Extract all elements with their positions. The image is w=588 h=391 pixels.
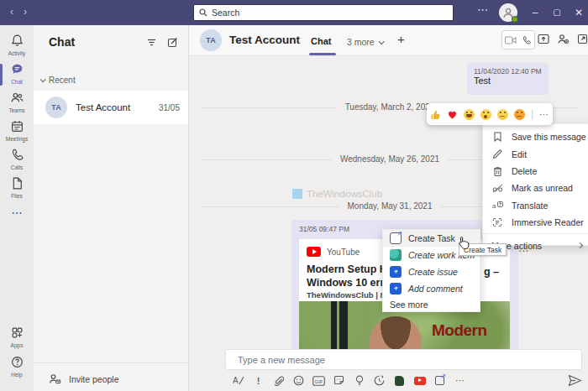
- youtube-icon: [307, 247, 321, 257]
- sidebar-item-activity[interactable]: Activity: [0, 34, 34, 60]
- active-indicator: [0, 64, 3, 86]
- search-input[interactable]: Search: [193, 4, 454, 21]
- schedule-send-button[interactable]: [373, 374, 386, 387]
- new-chat-icon[interactable]: [167, 37, 178, 48]
- conversation-title: Test Account: [229, 34, 300, 46]
- thewindowsclub-logo-icon: [292, 189, 302, 199]
- sent-message-bubble[interactable]: 11/04/2020 12:40 PM Test: [467, 63, 549, 95]
- video-title: Modern Setup H Windows 10 erro: [307, 263, 391, 289]
- tasks-app-icon: [390, 232, 402, 244]
- surprised-emoji-icon[interactable]: [480, 109, 491, 120]
- sad-emoji-icon[interactable]: [497, 109, 508, 120]
- sidebar-item-meetings[interactable]: Meetings: [0, 119, 34, 146]
- submenu-item-create-issue[interactable]: » Create issue: [383, 263, 480, 280]
- menu-item-translate[interactable]: a Translate: [483, 197, 588, 214]
- chat-list-panel: Chat Recent TA Test Account 31/05 Invite…: [34, 25, 189, 391]
- tasks-app-button[interactable]: [433, 374, 446, 387]
- search-placeholder: Search: [212, 8, 239, 18]
- recent-section-header[interactable]: Recent: [40, 76, 76, 85]
- sidebar-item-files[interactable]: Files: [0, 176, 34, 203]
- youtube-app-icon[interactable]: [413, 374, 426, 387]
- call-button-group: [501, 30, 535, 50]
- thumbnail-bar: [339, 301, 348, 352]
- provider-label: YouTube: [327, 248, 360, 257]
- titlebar-more-icon[interactable]: ⋯: [477, 3, 489, 16]
- message-timestamp: 31/05 09:47 PM: [299, 225, 349, 233]
- jira-icon: »: [390, 266, 402, 278]
- emoji-icon: [293, 375, 304, 386]
- chat-list-item-test-account[interactable]: TA Test Account 31/05: [34, 91, 188, 124]
- azure-devops-icon: [390, 249, 402, 261]
- chat-bubble-icon: [10, 62, 24, 76]
- rail-more-icon[interactable]: ⋯: [0, 206, 34, 233]
- svg-text:A: A: [233, 376, 239, 385]
- submenu-item-add-comment[interactable]: » Add comment: [383, 280, 480, 297]
- attach-button[interactable]: [272, 374, 285, 387]
- immersive-reader-icon: [492, 217, 502, 227]
- forward-icon[interactable]: ›: [24, 6, 27, 18]
- add-tab-button[interactable]: +: [397, 32, 405, 46]
- menu-item-edit[interactable]: Edit: [483, 145, 588, 162]
- gif-button[interactable]: GIF: [312, 374, 325, 387]
- chat-name: Test Account: [76, 102, 130, 112]
- filter-icon[interactable]: [146, 37, 157, 48]
- mark-important-button[interactable]: !: [252, 374, 265, 387]
- paperclip-icon: [274, 375, 284, 386]
- menu-item-immersive-reader[interactable]: Immersive Reader: [483, 214, 588, 231]
- share-screen-button[interactable]: [538, 33, 549, 48]
- tab-chat[interactable]: Chat: [311, 36, 331, 46]
- chat-timestamp: 31/05: [159, 103, 180, 112]
- sidebar-item-calls[interactable]: Calls: [0, 148, 34, 175]
- chevron-down-icon: [40, 76, 46, 82]
- more-apps-icon[interactable]: ⋯: [454, 374, 466, 387]
- sidebar-item-chat[interactable]: Chat: [0, 62, 34, 89]
- reaction-more-icon[interactable]: ⋯: [539, 109, 549, 120]
- tab-more[interactable]: 3 more: [347, 37, 383, 47]
- file-icon: [10, 176, 24, 190]
- maximize-button[interactable]: ▢: [548, 0, 566, 25]
- submenu-item-see-more[interactable]: See more: [383, 297, 480, 312]
- laughing-emoji-icon[interactable]: [464, 109, 475, 120]
- minimize-button[interactable]: –: [526, 0, 544, 25]
- thumbnail-caption: Modern: [432, 321, 487, 340]
- audio-call-button[interactable]: [518, 31, 534, 49]
- message-input[interactable]: Type a new message: [225, 349, 582, 370]
- praise-button[interactable]: [353, 374, 365, 387]
- back-icon[interactable]: ‹: [10, 6, 13, 18]
- sidebar-item-teams[interactable]: Teams: [0, 91, 34, 117]
- active-tab-underline: [309, 53, 336, 55]
- emoji-button[interactable]: [292, 374, 305, 387]
- sidebar-item-apps[interactable]: Apps: [0, 326, 34, 352]
- menu-item-save[interactable]: Save this message: [483, 128, 588, 145]
- calendar-icon: [10, 119, 24, 133]
- gif-icon: GIF: [312, 376, 325, 386]
- watermark: TheWindowsClub: [292, 189, 382, 199]
- add-people-button[interactable]: [557, 33, 570, 48]
- thumbs-up-icon[interactable]: [430, 109, 441, 120]
- avatar[interactable]: [499, 3, 517, 22]
- angry-emoji-icon[interactable]: [514, 109, 525, 120]
- sidebar-item-help[interactable]: Help: [0, 355, 34, 382]
- clock-arrow-icon: [374, 375, 385, 386]
- reaction-picker: | ⋯: [427, 103, 553, 125]
- send-button[interactable]: [568, 374, 582, 387]
- search-icon: [199, 8, 207, 17]
- chevron-right-icon: [577, 242, 583, 248]
- menu-item-delete[interactable]: Delete: [483, 163, 588, 180]
- svg-text:a: a: [492, 202, 496, 210]
- menu-separator: [483, 233, 588, 234]
- avatar: TA: [200, 29, 222, 51]
- popout-chat-button[interactable]: [577, 33, 588, 48]
- apps-icon: [10, 326, 24, 340]
- conversation-header: TA Test Account Chat 3 more +: [189, 25, 588, 56]
- format-button[interactable]: A: [232, 374, 244, 387]
- invite-people-button[interactable]: Invite people: [34, 362, 188, 384]
- menu-item-mark-unread[interactable]: Mark as unread: [483, 180, 588, 196]
- close-button[interactable]: ✕: [570, 0, 588, 25]
- heart-icon[interactable]: [447, 109, 458, 120]
- phone-icon: [10, 148, 24, 162]
- sticker-button[interactable]: [333, 374, 345, 387]
- svg-text:GIF: GIF: [315, 378, 323, 383]
- evernote-app-icon[interactable]: [393, 374, 406, 387]
- video-call-button[interactable]: [502, 31, 518, 49]
